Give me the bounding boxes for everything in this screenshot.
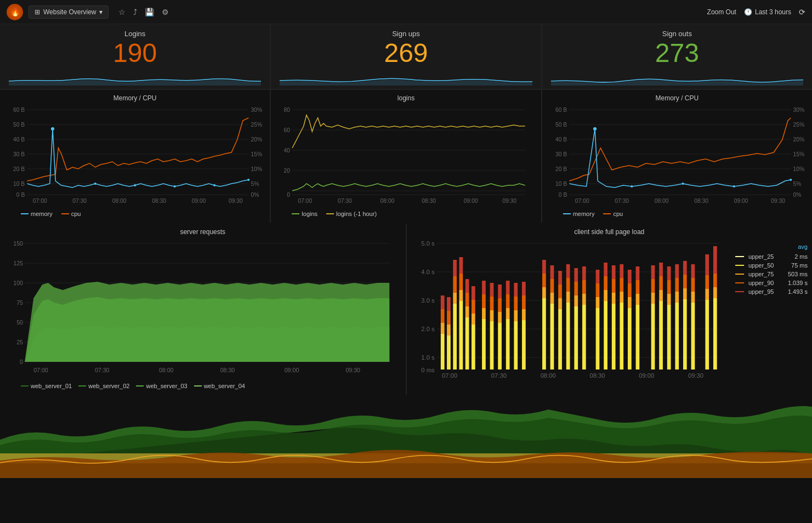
- svg-rect-173: [550, 279, 554, 293]
- grid-icon: ⊞: [35, 8, 40, 16]
- legend-ws02: web_server_02: [78, 383, 129, 389]
- svg-text:20%: 20%: [793, 137, 804, 143]
- memory-r-label: memory: [573, 211, 595, 217]
- svg-rect-243: [713, 298, 717, 369]
- svg-rect-179: [566, 303, 570, 369]
- svg-point-32: [247, 179, 249, 181]
- upper50-val: 75 ms: [791, 262, 808, 269]
- svg-rect-135: [465, 317, 469, 369]
- svg-rect-174: [550, 265, 554, 279]
- logins-dot: [292, 213, 299, 214]
- svg-rect-236: [691, 292, 695, 303]
- signouts-value: 273: [551, 39, 803, 68]
- svg-rect-183: [574, 306, 578, 369]
- svg-rect-166: [521, 282, 525, 295]
- svg-rect-123: [447, 336, 451, 369]
- upper90-label: upper_90: [748, 280, 783, 286]
- svg-rect-210: [627, 270, 631, 283]
- svg-rect-176: [558, 298, 562, 309]
- svg-rect-137: [465, 293, 469, 306]
- svg-point-81: [790, 179, 792, 181]
- legend-logins: logins: [292, 211, 317, 217]
- svg-text:40 B: 40 B: [13, 137, 25, 143]
- svg-text:09:30: 09:30: [229, 198, 243, 204]
- memory-cpu-left-title: Memory / CPU: [4, 94, 265, 102]
- svg-text:3.0 s: 3.0 s: [421, 297, 434, 303]
- time-range-selector[interactable]: 🕐 Last 3 hours: [744, 8, 791, 16]
- bottom-row: server requests 150 125 100 75 50 25 0: [0, 224, 812, 395]
- svg-rect-172: [550, 293, 554, 304]
- refresh-button[interactable]: ⟳: [799, 8, 805, 16]
- svg-rect-225: [667, 280, 671, 294]
- svg-text:08:30: 08:30: [694, 198, 708, 204]
- memory-cpu-right-panel: Memory / CPU 60 B 50 B 40 B 30 B 20 B 10…: [542, 90, 812, 223]
- svg-text:20: 20: [284, 168, 291, 174]
- svg-text:20 B: 20 B: [555, 166, 567, 172]
- svg-rect-182: [566, 264, 570, 278]
- svg-rect-151: [498, 323, 502, 369]
- clock-icon: 🕐: [744, 8, 752, 16]
- svg-text:125: 125: [13, 260, 23, 266]
- upper25-val: 2 ms: [794, 253, 808, 260]
- upper25-label: upper_25: [748, 253, 790, 260]
- svg-rect-140: [471, 314, 475, 325]
- svg-text:60 B: 60 B: [555, 107, 567, 113]
- svg-rect-240: [705, 289, 709, 300]
- svg-rect-178: [558, 271, 562, 285]
- dashboard-selector[interactable]: ⊞ Website Overview ▾: [29, 5, 109, 19]
- settings-icon[interactable]: ⚙: [162, 8, 169, 16]
- svg-rect-146: [482, 281, 486, 294]
- svg-rect-187: [582, 305, 586, 369]
- svg-rect-235: [691, 303, 695, 369]
- svg-point-77: [593, 127, 597, 130]
- svg-text:09:30: 09:30: [688, 372, 703, 378]
- svg-rect-158: [506, 281, 509, 294]
- bottom-band: [0, 396, 812, 478]
- svg-rect-150: [490, 283, 493, 297]
- svg-text:2.0 s: 2.0 s: [421, 326, 434, 332]
- legend-upper95: upper_95 1.493 s: [735, 288, 808, 295]
- svg-rect-155: [506, 319, 509, 369]
- svg-rect-209: [627, 283, 631, 297]
- svg-rect-138: [465, 279, 469, 293]
- ws02-label: web_server_02: [88, 383, 129, 389]
- svg-rect-230: [675, 264, 679, 278]
- upper75-line: [735, 274, 744, 275]
- svg-rect-181: [566, 278, 570, 292]
- svg-rect-175: [558, 309, 562, 369]
- upper50-label: upper_50: [748, 262, 787, 269]
- svg-rect-141: [471, 300, 475, 314]
- save-icon[interactable]: 💾: [145, 8, 154, 16]
- svg-rect-127: [453, 304, 457, 369]
- top-stats: Logins 190 Sign ups 269 Sign outs 273: [0, 24, 812, 90]
- svg-rect-131: [459, 301, 463, 369]
- star-icon[interactable]: ☆: [118, 8, 126, 16]
- share-icon[interactable]: ⤴: [133, 8, 137, 16]
- svg-point-29: [134, 184, 136, 186]
- upper75-label: upper_75: [748, 271, 783, 277]
- memory-label: memory: [31, 211, 53, 217]
- svg-rect-126: [447, 297, 451, 311]
- svg-rect-197: [604, 276, 607, 290]
- svg-rect-169: [542, 274, 546, 287]
- svg-rect-212: [635, 294, 639, 305]
- svg-text:07:00: 07:00: [33, 367, 48, 373]
- svg-text:08:30: 08:30: [220, 367, 235, 373]
- svg-text:1.0 s: 1.0 s: [421, 354, 434, 360]
- charts-row: Memory / CPU 60 B 50 B 40 B 30 B 20 B 10…: [0, 90, 812, 223]
- svg-text:07:00: 07:00: [575, 198, 589, 204]
- logins-sparkline: [9, 70, 261, 86]
- svg-text:15%: 15%: [793, 151, 804, 157]
- svg-rect-171: [550, 304, 554, 369]
- zoom-out-button[interactable]: Zoom Out: [707, 8, 736, 16]
- svg-rect-149: [490, 297, 493, 310]
- svg-rect-245: [713, 274, 717, 287]
- client-panel-inner: 5.0 s 4.0 s 3.0 s 2.0 s 1.0 s 0 ms 07:00…: [411, 238, 808, 380]
- signups-sparkline: [280, 70, 532, 86]
- server-requests-chart: 150 125 100 75 50 25 0 07:00 07:30 08:00…: [4, 238, 401, 380]
- svg-text:09:00: 09:00: [285, 367, 299, 373]
- svg-text:09:00: 09:00: [734, 198, 748, 204]
- svg-text:0%: 0%: [251, 192, 259, 198]
- svg-text:40 B: 40 B: [555, 137, 567, 143]
- svg-rect-198: [604, 263, 607, 276]
